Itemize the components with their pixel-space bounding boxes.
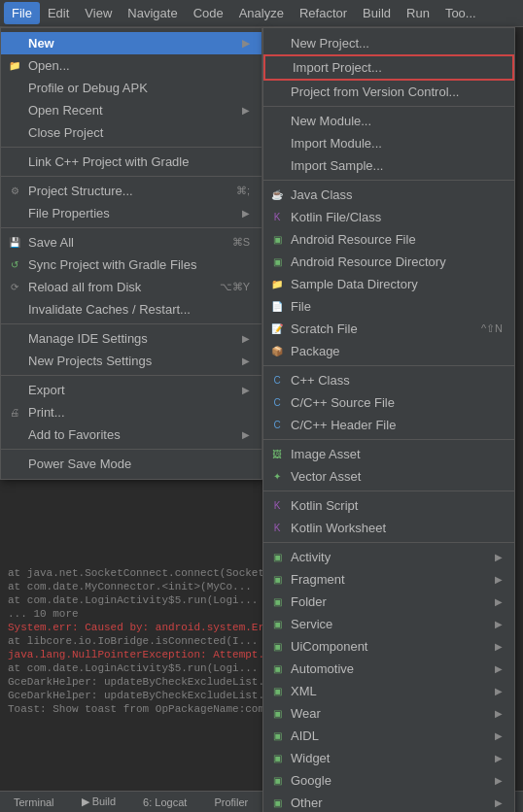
menu-navigate[interactable]: Navigate (120, 2, 185, 24)
menu-item-new-project[interactable]: New Project... (263, 32, 514, 54)
vector-asset-icon: ✦ (269, 469, 285, 485)
shortcut-save-all: ⌘S (213, 236, 250, 249)
menu-item-java-class[interactable]: ☕ Java Class (263, 184, 514, 206)
menu-item-sample-data-dir[interactable]: 📁 Sample Data Directory (263, 273, 514, 295)
tab-logcat[interactable]: 6: Logcat (137, 795, 192, 810)
menu-item-scratch-file[interactable]: 📝 Scratch File ^⇧N (263, 318, 514, 340)
menu-item-file-properties[interactable]: File Properties ▶ (1, 202, 262, 224)
project-from-vcs-label: Project from Version Control... (291, 85, 459, 99)
arrow-icon: ▶ (242, 208, 250, 219)
menu-item-kotlin-class[interactable]: K Kotlin File/Class (263, 206, 514, 228)
menu-item-service[interactable]: ▣ Service ▶ (263, 613, 514, 635)
new-projects-settings-label: New Projects Settings (28, 354, 152, 368)
arrow-icon: ▶ (495, 730, 503, 741)
menu-analyze[interactable]: Analyze (231, 2, 292, 24)
menu-item-manage-ide[interactable]: Manage IDE Settings ▶ (1, 327, 262, 350)
menu-item-import-project[interactable]: Import Project... (263, 54, 514, 81)
arrow-icon: ▶ (495, 641, 503, 652)
menu-item-export[interactable]: Export ▶ (1, 379, 262, 401)
arrow-icon: ▶ (242, 38, 250, 49)
aidl-icon: ▣ (269, 728, 285, 744)
arrow-icon: ▶ (495, 596, 503, 607)
separator (1, 147, 262, 148)
menu-item-other[interactable]: ▣ Other ▶ (263, 792, 514, 812)
save-all-label: Save All (28, 235, 74, 250)
new-submenu: New Project... Import Project... Project… (262, 27, 515, 812)
menu-item-package[interactable]: 📦 Package (263, 340, 514, 362)
menu-item-folder[interactable]: ▣ Folder ▶ (263, 591, 514, 613)
menu-item-project-from-vcs[interactable]: Project from Version Control... (263, 81, 514, 103)
project-structure-label: Project Structure... (28, 184, 133, 198)
menu-item-open-recent[interactable]: Open Recent ▶ (1, 99, 262, 121)
menu-item-uicomponent[interactable]: ▣ UiComponent ▶ (263, 635, 514, 658)
open-recent-label: Open Recent (28, 103, 103, 118)
menu-item-widget[interactable]: ▣ Widget ▶ (263, 747, 514, 769)
menu-item-kotlin-script[interactable]: K Kotlin Script (263, 494, 514, 517)
menu-refactor[interactable]: Refactor (292, 2, 355, 24)
tab-terminal[interactable]: Terminal (8, 795, 60, 810)
wear-label: Wear (291, 706, 321, 721)
uicomponent-label: UiComponent (291, 639, 368, 654)
menu-item-print[interactable]: 🖨 Print... (1, 401, 262, 423)
tab-build[interactable]: ▶ Build (76, 794, 122, 810)
menu-item-new[interactable]: New ▶ (1, 32, 262, 54)
close-project-label: Close Project (28, 125, 103, 140)
cpp-source-label: C/C++ Source File (291, 395, 395, 410)
menu-item-reload-disk[interactable]: ⟳ Reload all from Disk ⌥⌘Y (1, 276, 262, 298)
arrow-icon: ▶ (495, 619, 503, 629)
menu-item-import-module[interactable]: Import Module... (263, 132, 514, 154)
new-project-label: New Project... (291, 36, 369, 51)
menu-item-xml[interactable]: ▣ XML ▶ (263, 680, 514, 702)
menu-item-fragment[interactable]: ▣ Fragment ▶ (263, 568, 514, 591)
menu-view[interactable]: View (77, 2, 120, 24)
menu-item-new-projects-settings[interactable]: New Projects Settings ▶ (1, 350, 262, 372)
menu-item-open[interactable]: 📁 Open... (1, 54, 262, 77)
menu-item-add-favorites[interactable]: Add to Favorites ▶ (1, 423, 262, 446)
menu-file[interactable]: File (4, 2, 40, 24)
menu-item-android-resource-file[interactable]: ▣ Android Resource File (263, 228, 514, 251)
menu-item-profile-apk[interactable]: Profile or Debug APK (1, 77, 262, 99)
menu-item-import-sample[interactable]: Import Sample... (263, 154, 514, 177)
menu-build[interactable]: Build (355, 2, 399, 24)
android-resource-dir-label: Android Resource Directory (291, 254, 446, 269)
menu-item-aidl[interactable]: ▣ AIDL ▶ (263, 725, 514, 747)
fragment-label: Fragment (291, 572, 345, 587)
menu-item-link-cpp[interactable]: Link C++ Project with Gradle (1, 151, 262, 173)
menu-item-android-resource-dir[interactable]: ▣ Android Resource Directory (263, 251, 514, 273)
menu-item-new-module[interactable]: New Module... (263, 110, 514, 132)
tab-profiler[interactable]: Profiler (208, 795, 254, 810)
menu-item-cpp-source[interactable]: C C/C++ Source File (263, 391, 514, 414)
arrow-icon: ▶ (242, 429, 250, 440)
menu-item-kotlin-worksheet[interactable]: K Kotlin Worksheet (263, 517, 514, 539)
menu-item-activity[interactable]: ▣ Activity ▶ (263, 546, 514, 568)
scratch-icon: 📝 (269, 321, 285, 337)
menu-item-vector-asset[interactable]: ✦ Vector Asset (263, 465, 514, 488)
folder-label: Folder (291, 594, 327, 609)
menu-run[interactable]: Run (399, 2, 437, 24)
menu-item-google[interactable]: ▣ Google ▶ (263, 769, 514, 792)
menu-item-project-structure[interactable]: ⚙ Project Structure... ⌘; (1, 180, 262, 202)
menu-item-image-asset[interactable]: 🖼 Image Asset (263, 443, 514, 465)
menu-item-cpp-class[interactable]: C C++ Class (263, 369, 514, 391)
menu-code[interactable]: Code (186, 2, 231, 24)
menu-item-save-all[interactable]: 💾 Save All ⌘S (1, 231, 262, 254)
arrow-icon: ▶ (495, 574, 503, 585)
menu-edit[interactable]: Edit (40, 2, 77, 24)
kotlin-worksheet-icon: K (269, 521, 285, 536)
menu-item-power-save[interactable]: Power Save Mode (1, 453, 262, 475)
activity-icon: ▣ (269, 550, 285, 565)
add-favorites-label: Add to Favorites (28, 427, 121, 442)
menu-item-invalidate-caches[interactable]: Invalidate Caches / Restart... (1, 298, 262, 321)
file-properties-label: File Properties (28, 206, 110, 220)
menu-item-cpp-header[interactable]: C C/C++ Header File (263, 414, 514, 436)
shortcut-reload: ⌥⌘Y (200, 281, 250, 293)
save-icon: 💾 (7, 235, 22, 251)
menu-item-close-project[interactable]: Close Project (1, 121, 262, 144)
menu-tools[interactable]: Too... (437, 2, 484, 24)
menu-item-sync-gradle[interactable]: ↺ Sync Project with Gradle Files (1, 254, 262, 276)
menu-item-automotive[interactable]: ▣ Automotive ▶ (263, 658, 514, 680)
folder-green-icon: ▣ (269, 594, 285, 610)
sync-icon: ↺ (7, 257, 22, 273)
menu-item-file[interactable]: 📄 File (263, 295, 514, 318)
menu-item-wear[interactable]: ▣ Wear ▶ (263, 702, 514, 725)
